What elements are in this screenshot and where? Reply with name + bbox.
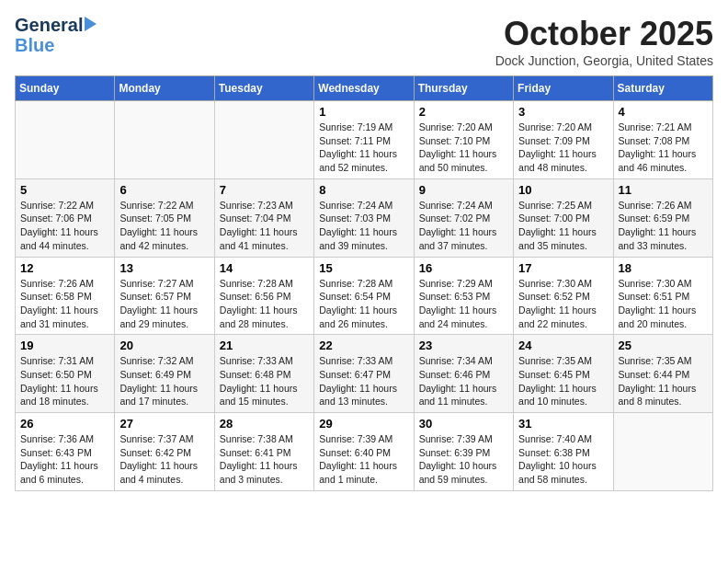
weekday-header: Saturday: [613, 76, 712, 101]
calendar-cell: 22Sunrise: 7:33 AM Sunset: 6:47 PM Dayli…: [314, 335, 414, 413]
calendar-week-row: 1Sunrise: 7:19 AM Sunset: 7:11 PM Daylig…: [16, 101, 713, 179]
day-content: Sunrise: 7:21 AM Sunset: 7:08 PM Dayligh…: [619, 121, 708, 175]
calendar-cell: 21Sunrise: 7:33 AM Sunset: 6:48 PM Dayli…: [214, 335, 313, 413]
calendar-cell: 12Sunrise: 7:26 AM Sunset: 6:58 PM Dayli…: [16, 257, 115, 335]
logo-text: General: [15, 15, 98, 35]
day-content: Sunrise: 7:20 AM Sunset: 7:09 PM Dayligh…: [518, 121, 608, 175]
day-number: 19: [20, 339, 109, 352]
day-content: Sunrise: 7:34 AM Sunset: 6:46 PM Dayligh…: [419, 354, 508, 408]
weekday-header: Friday: [514, 76, 613, 101]
day-number: 12: [20, 261, 109, 275]
calendar-cell: 28Sunrise: 7:38 AM Sunset: 6:41 PM Dayli…: [214, 413, 313, 491]
day-number: 11: [619, 183, 708, 197]
day-content: Sunrise: 7:20 AM Sunset: 7:10 PM Dayligh…: [419, 121, 508, 175]
calendar-cell: 11Sunrise: 7:26 AM Sunset: 6:59 PM Dayli…: [613, 178, 712, 257]
location: Dock Junction, Georgia, United States: [495, 53, 713, 68]
day-number: 23: [419, 339, 508, 352]
day-content: Sunrise: 7:32 AM Sunset: 6:49 PM Dayligh…: [119, 354, 209, 408]
calendar-cell: 17Sunrise: 7:30 AM Sunset: 6:52 PM Dayli…: [514, 257, 613, 335]
logo-blue: Blue: [15, 35, 98, 55]
calendar-week-row: 26Sunrise: 7:36 AM Sunset: 6:43 PM Dayli…: [16, 413, 713, 491]
day-number: 22: [319, 339, 408, 352]
calendar-cell: 8Sunrise: 7:24 AM Sunset: 7:03 PM Daylig…: [314, 178, 414, 257]
calendar-cell: 2Sunrise: 7:20 AM Sunset: 7:10 PM Daylig…: [414, 101, 513, 179]
day-number: 15: [319, 261, 408, 275]
calendar-cell: 13Sunrise: 7:27 AM Sunset: 6:57 PM Dayli…: [115, 257, 214, 335]
day-content: Sunrise: 7:24 AM Sunset: 7:03 PM Dayligh…: [319, 199, 408, 253]
day-content: Sunrise: 7:30 AM Sunset: 6:52 PM Dayligh…: [518, 277, 608, 331]
day-content: Sunrise: 7:36 AM Sunset: 6:43 PM Dayligh…: [20, 432, 109, 487]
calendar-cell: 25Sunrise: 7:35 AM Sunset: 6:44 PM Dayli…: [613, 335, 712, 413]
calendar-cell: 3Sunrise: 7:20 AM Sunset: 7:09 PM Daylig…: [514, 101, 613, 179]
calendar-week-row: 19Sunrise: 7:31 AM Sunset: 6:50 PM Dayli…: [16, 335, 713, 413]
calendar-cell: 26Sunrise: 7:36 AM Sunset: 6:43 PM Dayli…: [16, 413, 115, 491]
calendar-cell: 30Sunrise: 7:39 AM Sunset: 6:39 PM Dayli…: [414, 413, 513, 491]
day-number: 6: [119, 183, 209, 197]
weekday-header: Wednesday: [314, 76, 414, 101]
day-number: 17: [518, 261, 608, 275]
day-content: Sunrise: 7:23 AM Sunset: 7:04 PM Dayligh…: [220, 199, 309, 253]
day-number: 26: [20, 417, 109, 431]
calendar-cell: 14Sunrise: 7:28 AM Sunset: 6:56 PM Dayli…: [214, 257, 313, 335]
day-number: 21: [220, 339, 309, 352]
calendar-cell: 15Sunrise: 7:28 AM Sunset: 6:54 PM Dayli…: [314, 257, 414, 335]
calendar-cell: 18Sunrise: 7:30 AM Sunset: 6:51 PM Dayli…: [613, 257, 712, 335]
calendar-cell: 6Sunrise: 7:22 AM Sunset: 7:05 PM Daylig…: [115, 178, 214, 257]
day-content: Sunrise: 7:25 AM Sunset: 7:00 PM Dayligh…: [518, 199, 608, 253]
day-number: 27: [119, 417, 209, 431]
day-number: 1: [319, 105, 408, 119]
calendar-cell: 29Sunrise: 7:39 AM Sunset: 6:40 PM Dayli…: [314, 413, 414, 491]
calendar-cell: 5Sunrise: 7:22 AM Sunset: 7:06 PM Daylig…: [16, 178, 115, 257]
day-content: Sunrise: 7:35 AM Sunset: 6:44 PM Dayligh…: [619, 354, 708, 408]
day-content: Sunrise: 7:26 AM Sunset: 6:58 PM Dayligh…: [20, 277, 109, 331]
calendar-week-row: 5Sunrise: 7:22 AM Sunset: 7:06 PM Daylig…: [16, 178, 713, 257]
calendar-cell: 9Sunrise: 7:24 AM Sunset: 7:02 PM Daylig…: [414, 178, 513, 257]
day-content: Sunrise: 7:30 AM Sunset: 6:51 PM Dayligh…: [619, 277, 708, 331]
calendar-table: SundayMondayTuesdayWednesdayThursdayFrid…: [15, 75, 713, 491]
day-content: Sunrise: 7:22 AM Sunset: 7:05 PM Dayligh…: [119, 199, 209, 253]
calendar-cell: [115, 101, 214, 179]
day-number: 24: [518, 339, 608, 352]
logo: General Blue: [15, 15, 98, 55]
calendar-week-row: 12Sunrise: 7:26 AM Sunset: 6:58 PM Dayli…: [16, 257, 713, 335]
month-title: October 2025: [495, 15, 713, 53]
day-number: 4: [619, 105, 708, 119]
day-content: Sunrise: 7:19 AM Sunset: 7:11 PM Dayligh…: [319, 121, 408, 175]
calendar-header-row: SundayMondayTuesdayWednesdayThursdayFrid…: [16, 76, 713, 101]
day-content: Sunrise: 7:35 AM Sunset: 6:45 PM Dayligh…: [518, 354, 608, 408]
day-content: Sunrise: 7:24 AM Sunset: 7:02 PM Dayligh…: [419, 199, 508, 253]
calendar-cell: [613, 413, 712, 491]
day-number: 3: [518, 105, 608, 119]
day-number: 13: [119, 261, 209, 275]
day-number: 25: [619, 339, 708, 352]
day-content: Sunrise: 7:40 AM Sunset: 6:38 PM Dayligh…: [518, 432, 608, 487]
day-content: Sunrise: 7:31 AM Sunset: 6:50 PM Dayligh…: [20, 354, 109, 408]
calendar-cell: 7Sunrise: 7:23 AM Sunset: 7:04 PM Daylig…: [214, 178, 313, 257]
calendar-cell: 20Sunrise: 7:32 AM Sunset: 6:49 PM Dayli…: [115, 335, 214, 413]
day-content: Sunrise: 7:33 AM Sunset: 6:48 PM Dayligh…: [220, 354, 309, 408]
day-number: 31: [518, 417, 608, 431]
logo-arrow-icon: [85, 17, 97, 31]
calendar-cell: 4Sunrise: 7:21 AM Sunset: 7:08 PM Daylig…: [613, 101, 712, 179]
calendar-cell: 23Sunrise: 7:34 AM Sunset: 6:46 PM Dayli…: [414, 335, 513, 413]
calendar-cell: 19Sunrise: 7:31 AM Sunset: 6:50 PM Dayli…: [16, 335, 115, 413]
day-number: 30: [419, 417, 508, 431]
weekday-header: Tuesday: [214, 76, 313, 101]
day-content: Sunrise: 7:38 AM Sunset: 6:41 PM Dayligh…: [220, 432, 309, 487]
day-content: Sunrise: 7:26 AM Sunset: 6:59 PM Dayligh…: [619, 199, 708, 253]
weekday-header: Thursday: [414, 76, 513, 101]
day-content: Sunrise: 7:39 AM Sunset: 6:39 PM Dayligh…: [419, 432, 508, 487]
calendar-cell: 24Sunrise: 7:35 AM Sunset: 6:45 PM Dayli…: [514, 335, 613, 413]
calendar-cell: 31Sunrise: 7:40 AM Sunset: 6:38 PM Dayli…: [514, 413, 613, 491]
calendar-cell: 10Sunrise: 7:25 AM Sunset: 7:00 PM Dayli…: [514, 178, 613, 257]
day-number: 14: [220, 261, 309, 275]
day-number: 28: [220, 417, 309, 431]
calendar-cell: [214, 101, 313, 179]
day-number: 29: [319, 417, 408, 431]
day-content: Sunrise: 7:29 AM Sunset: 6:53 PM Dayligh…: [419, 277, 508, 331]
day-number: 16: [419, 261, 508, 275]
day-content: Sunrise: 7:37 AM Sunset: 6:42 PM Dayligh…: [119, 432, 209, 487]
day-number: 7: [220, 183, 309, 197]
page-header: General Blue October 2025 Dock Junction,…: [15, 15, 713, 68]
day-content: Sunrise: 7:28 AM Sunset: 6:56 PM Dayligh…: [220, 277, 309, 331]
